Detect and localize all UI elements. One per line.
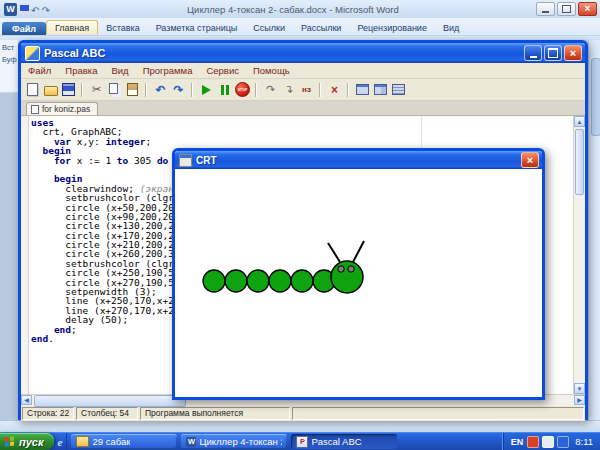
- ribbon-left-remnant: Вст Буф: [0, 40, 18, 93]
- save-icon[interactable]: [20, 5, 29, 14]
- scroll-right-arrow[interactable]: ▶: [574, 395, 585, 405]
- ribbon-tab-7[interactable]: Вид: [435, 21, 467, 34]
- menu-item-4[interactable]: Программа: [136, 65, 200, 76]
- undo-icon[interactable]: [31, 0, 39, 18]
- close-button[interactable]: [578, 2, 597, 16]
- taskbar-button-1[interactable]: 29 сабак: [71, 434, 177, 449]
- ribbon-tab-6[interactable]: Рецензирование: [349, 21, 435, 34]
- ribbon-tab-5[interactable]: Рассылки: [293, 21, 349, 34]
- stop-icon[interactable]: [234, 81, 251, 98]
- cut-icon[interactable]: [88, 81, 105, 98]
- win-cascade-icon[interactable]: [354, 81, 371, 98]
- system-tray: EN 8:11: [502, 433, 600, 450]
- ribbon-tab-3[interactable]: Разметка страницы: [148, 21, 246, 34]
- taskbar: пуск 29 сабакЦикллер 4-токсан 2...Pascal…: [0, 432, 600, 450]
- status-spacer: [292, 407, 584, 420]
- minimize-button[interactable]: [524, 45, 542, 61]
- pause-icon[interactable]: [216, 81, 233, 98]
- crt-title: CRT: [196, 155, 517, 166]
- menu-item-6[interactable]: Помощь: [246, 65, 297, 76]
- internet-explorer-icon[interactable]: [58, 436, 63, 448]
- pascal-toolbar: [21, 79, 585, 101]
- scroll-down-arrow[interactable]: ▼: [574, 383, 585, 394]
- ribbon-tab-row: Файл ГлавнаяВставкаРазметка страницыСсыл…: [0, 18, 600, 36]
- quick-access-toolbar: [20, 0, 50, 18]
- close-icon[interactable]: [326, 81, 343, 98]
- start-button[interactable]: пуск: [0, 433, 54, 450]
- open-icon[interactable]: [42, 81, 59, 98]
- taskbar-button-2[interactable]: Цикллер 4-токсан 2...: [181, 434, 287, 449]
- clock[interactable]: 8:11: [575, 436, 593, 447]
- status-line: Строка: 22: [22, 407, 74, 420]
- pascal-titlebar[interactable]: Pascal ABC: [21, 43, 585, 63]
- scroll-up-arrow[interactable]: ▲: [574, 116, 585, 127]
- win-list-icon[interactable]: [390, 81, 407, 98]
- redo-icon[interactable]: [170, 81, 187, 98]
- word-scrollbar-thumb[interactable]: [591, 58, 600, 136]
- windows-logo-icon: [5, 436, 15, 447]
- quick-launch: [54, 433, 68, 450]
- ribbon-tab-1[interactable]: Главная: [46, 20, 98, 34]
- language-indicator[interactable]: EN: [511, 437, 524, 447]
- step-icon[interactable]: [262, 81, 279, 98]
- pascal-icon: [296, 436, 308, 448]
- scroll-left-arrow[interactable]: ◀: [21, 395, 32, 405]
- new-icon[interactable]: [24, 81, 41, 98]
- run-icon[interactable]: [198, 81, 215, 98]
- crt-titlebar[interactable]: CRT: [175, 151, 542, 169]
- start-label: пуск: [19, 436, 44, 448]
- caterpillar-drawing: [175, 169, 542, 397]
- copy-icon[interactable]: [106, 81, 123, 98]
- taskbar-button-3[interactable]: Pascal ABC: [291, 434, 397, 449]
- tray-icon-blue[interactable]: [557, 436, 569, 448]
- menu-item-1[interactable]: Файл: [21, 65, 58, 76]
- pascal-title: Pascal ABC: [44, 47, 520, 59]
- ribbon-tab-4[interactable]: Ссылки: [245, 21, 293, 34]
- minimize-button[interactable]: [536, 2, 555, 16]
- toolbar-separator: [191, 83, 193, 97]
- taskbar-buttons: 29 сабакЦикллер 4-токсан 2...Pascal ABC: [67, 433, 399, 450]
- ribbon-tab-file[interactable]: Файл: [2, 22, 46, 35]
- toolbar-separator: [319, 83, 321, 97]
- scroll-thumb[interactable]: [34, 395, 186, 407]
- doc-tab[interactable]: for koniz.pas: [26, 102, 98, 115]
- toolbar-separator: [145, 83, 147, 97]
- pascal-abc-icon: [25, 46, 40, 61]
- word-app-icon[interactable]: W: [4, 3, 17, 16]
- word-title: Цикллер 4-токсан 2- сабак.docx - Microso…: [50, 4, 536, 15]
- scroll-thumb[interactable]: [575, 129, 584, 195]
- crt-close-button[interactable]: [521, 152, 539, 168]
- ribbon-tab-2[interactable]: Вставка: [98, 21, 147, 34]
- crt-window-icon: [179, 154, 192, 167]
- step-in-icon[interactable]: [280, 81, 297, 98]
- close-button[interactable]: [564, 45, 582, 61]
- editor-gutter: [21, 116, 29, 394]
- word-scrollbar[interactable]: [588, 40, 600, 420]
- toolbar-separator: [255, 83, 257, 97]
- toolbar-separator: [81, 83, 83, 97]
- redo-icon[interactable]: [41, 0, 49, 18]
- pascal-statusbar: Строка: 22 Столбец: 54 Программа выполня…: [21, 406, 585, 421]
- menu-item-2[interactable]: Правка: [58, 65, 104, 76]
- taskbar-button-label: 29 сабак: [92, 436, 130, 447]
- folder-icon: [76, 436, 89, 447]
- menu-item-3[interactable]: Вид: [104, 65, 135, 76]
- file-icon: [31, 105, 39, 114]
- maximize-button[interactable]: [544, 45, 562, 61]
- editor-vscrollbar[interactable]: ▲ ▼: [573, 116, 585, 394]
- tray-icon-white[interactable]: [542, 436, 554, 448]
- paste-icon[interactable]: [124, 81, 141, 98]
- values-icon[interactable]: [298, 81, 315, 98]
- save-icon[interactable]: [60, 81, 77, 98]
- undo-icon[interactable]: [152, 81, 169, 98]
- desktop: W Цикллер 4-токсан 2- сабак.docx - Micro…: [0, 0, 600, 450]
- tray-icon-red[interactable]: [527, 436, 539, 448]
- ribbon-fragment: Вст: [0, 40, 18, 52]
- doc-tab-label: for koniz.pas: [42, 104, 90, 114]
- toolbar-separator: [347, 83, 349, 97]
- win-tile-icon[interactable]: [372, 81, 389, 98]
- word-window-buttons: [536, 2, 597, 16]
- pascal-window-buttons: [524, 45, 582, 61]
- menu-item-5[interactable]: Сервис: [199, 65, 246, 76]
- restore-button[interactable]: [557, 2, 576, 16]
